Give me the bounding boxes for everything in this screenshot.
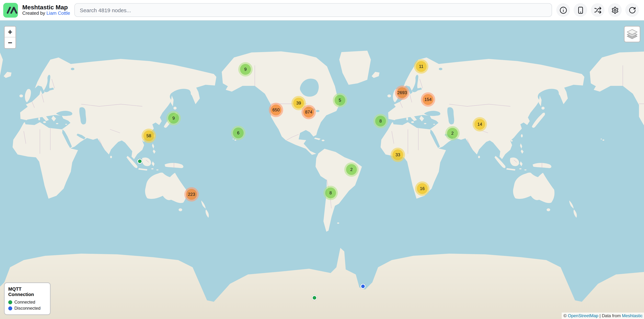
cluster-marker[interactable]: 650 bbox=[269, 103, 283, 117]
layers-control-button[interactable] bbox=[624, 26, 640, 42]
info-button[interactable] bbox=[556, 3, 570, 17]
node-marker-disconnected[interactable] bbox=[360, 284, 366, 289]
app-header: Meshtastic Map Created by Liam Cottle bbox=[0, 0, 644, 20]
app-subtitle: Created by Liam Cottle bbox=[22, 11, 70, 16]
cluster-marker[interactable]: 58 bbox=[142, 129, 156, 143]
cluster-marker[interactable]: 6 bbox=[231, 126, 246, 140]
refresh-icon bbox=[628, 6, 636, 14]
settings-gear-icon bbox=[611, 6, 619, 14]
map-attribution: © OpenStreetMap | Data from Meshtastic bbox=[562, 313, 644, 319]
cluster-marker[interactable]: 2 bbox=[344, 162, 359, 177]
settings-button[interactable] bbox=[608, 3, 622, 17]
world-map[interactable]: 939650874511269315495868214332816223 + −… bbox=[0, 0, 644, 319]
legend-label: Disconnected bbox=[14, 306, 40, 311]
cluster-marker[interactable]: 154 bbox=[421, 92, 435, 107]
cluster-marker[interactable]: 11 bbox=[414, 59, 428, 74]
random-node-button[interactable] bbox=[591, 3, 604, 17]
legend-title: MQTT Connection bbox=[8, 286, 46, 297]
app-title: Meshtastic Map bbox=[22, 4, 70, 11]
marker-layer: 939650874511269315495868214332816223 bbox=[0, 0, 644, 319]
header-buttons bbox=[556, 3, 639, 17]
zoom-in-button[interactable]: + bbox=[5, 26, 16, 37]
zoom-control: + − bbox=[4, 26, 16, 49]
search-input[interactable] bbox=[74, 3, 552, 17]
zoom-out-button[interactable]: − bbox=[5, 37, 16, 48]
smartphone-icon bbox=[576, 6, 584, 14]
title-block: Meshtastic Map Created by Liam Cottle bbox=[22, 4, 70, 16]
meshtastic-link[interactable]: Meshtastic bbox=[622, 313, 642, 318]
cluster-marker[interactable]: 8 bbox=[324, 186, 338, 200]
cluster-marker[interactable]: 8 bbox=[374, 114, 388, 128]
cluster-marker[interactable]: 9 bbox=[238, 62, 253, 76]
refresh-button[interactable] bbox=[625, 3, 639, 17]
info-icon bbox=[559, 6, 567, 14]
cluster-marker[interactable]: 2693 bbox=[395, 85, 409, 100]
cluster-marker[interactable]: 9 bbox=[166, 111, 181, 125]
node-marker-connected[interactable] bbox=[137, 159, 142, 164]
cluster-marker[interactable]: 5 bbox=[333, 93, 347, 107]
subtitle-text: Created by bbox=[22, 10, 46, 16]
legend-row-disconnected: Disconnected bbox=[8, 306, 46, 311]
shuffle-icon bbox=[594, 6, 602, 14]
author-link[interactable]: Liam Cottle bbox=[46, 10, 70, 16]
meshtastic-logo-icon bbox=[3, 3, 18, 17]
connected-dot-icon bbox=[8, 300, 12, 304]
cluster-marker[interactable]: 874 bbox=[302, 105, 316, 119]
openstreetmap-link[interactable]: OpenStreetMap bbox=[568, 313, 598, 318]
attribution-copyright: © bbox=[564, 313, 568, 318]
cluster-marker[interactable]: 33 bbox=[391, 148, 405, 162]
layers-icon bbox=[626, 29, 638, 39]
mobile-app-button[interactable] bbox=[574, 3, 587, 17]
cluster-marker[interactable]: 16 bbox=[415, 181, 430, 196]
attribution-separator: | Data from bbox=[598, 313, 622, 318]
legend-label: Connected bbox=[14, 300, 35, 305]
cluster-marker[interactable]: 14 bbox=[472, 117, 487, 131]
cluster-marker[interactable]: 2 bbox=[445, 126, 460, 140]
node-marker-connected[interactable] bbox=[312, 295, 317, 300]
cluster-marker[interactable]: 223 bbox=[184, 187, 199, 202]
legend-row-connected: Connected bbox=[8, 300, 46, 305]
mqtt-legend: MQTT Connection Connected Disconnected bbox=[4, 282, 51, 315]
disconnected-dot-icon bbox=[8, 306, 12, 310]
